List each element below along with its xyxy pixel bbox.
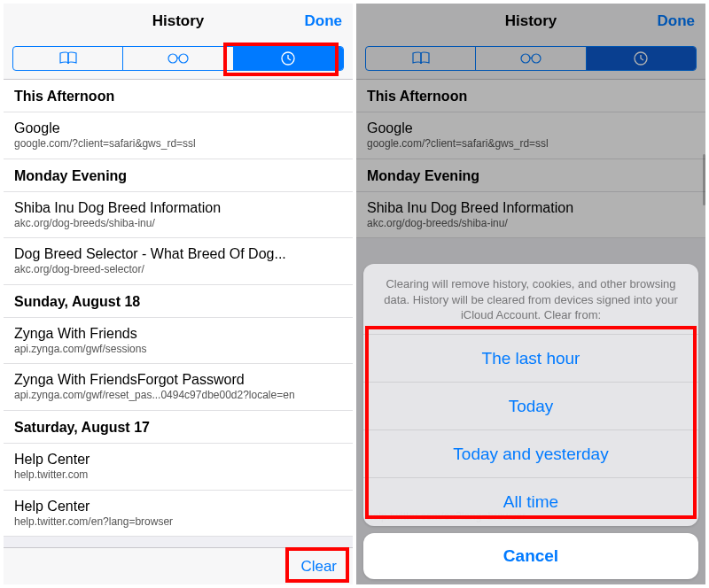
history-item-url: google.com/?client=safari&gws_rd=ssl <box>367 137 695 151</box>
tab-bookmarks[interactable] <box>13 47 123 70</box>
clear-button[interactable]: Clear <box>300 558 337 576</box>
section-header: This Afternoon <box>356 80 705 112</box>
svg-point-3 <box>521 54 530 63</box>
clear-option[interactable]: Today <box>363 383 698 430</box>
action-sheet-message: Clearing will remove history, cookies, a… <box>363 264 698 335</box>
history-item-title: Zynga With Friends <box>14 325 342 343</box>
section-header: Monday Evening <box>4 159 353 192</box>
section-header: Saturday, August 17 <box>4 411 353 444</box>
history-item[interactable]: Help Centerhelp.twitter.com <box>4 444 353 491</box>
tab-reading-list[interactable] <box>476 47 586 70</box>
history-list[interactable]: This AfternoonGooglegoogle.com/?client=s… <box>4 80 353 537</box>
history-item[interactable]: Zynga With FriendsForgot Passwordapi.zyn… <box>4 364 353 411</box>
svg-point-1 <box>179 54 188 63</box>
svg-point-0 <box>168 54 177 63</box>
history-item-url: akc.org/dog-breed-selector/ <box>14 263 342 277</box>
history-item-title: Help Center <box>14 451 342 468</box>
history-item-url: api.zynga.com/gwf/sessions <box>14 343 342 357</box>
clear-option[interactable]: The last hour <box>363 335 698 383</box>
glasses-icon <box>166 52 191 65</box>
history-screen-left: History Done <box>4 4 356 584</box>
history-item[interactable]: Googlegoogle.com/?client=safari&gws_rd=s… <box>4 112 353 159</box>
history-item-title: Google <box>14 120 342 137</box>
history-item-title: Dog Breed Selector - What Breed Of Dog..… <box>14 245 342 263</box>
history-item-url: akc.org/dog-breeds/shiba-inu/ <box>367 217 695 231</box>
history-item[interactable]: Shiba Inu Dog Breed Informationakc.org/d… <box>4 192 353 239</box>
glasses-icon <box>518 52 543 65</box>
history-item-url: help.twitter.com/en?lang=browser <box>14 515 342 530</box>
history-screen-right: History Done <box>356 4 705 584</box>
nav-header: History Done <box>356 4 705 39</box>
action-sheet: Clearing will remove history, cookies, a… <box>363 264 698 579</box>
segmented-control-bar <box>356 39 705 80</box>
tab-reading-list[interactable] <box>123 47 233 70</box>
section-header: Sunday, August 18 <box>4 285 353 318</box>
page-title: History <box>152 12 205 30</box>
history-item-url: akc.org/dog-breeds/shiba-inu/ <box>14 217 342 231</box>
history-list[interactable]: This AfternoonGooglegoogle.com/?client=s… <box>356 80 705 238</box>
history-item-url: google.com/?client=safari&gws_rd=ssl <box>14 137 342 151</box>
tab-bookmarks[interactable] <box>366 47 476 70</box>
history-item-title: Google <box>367 120 695 137</box>
page-title: History <box>505 12 557 30</box>
segmented-control-bar <box>4 39 353 80</box>
svg-point-4 <box>532 54 541 63</box>
book-icon <box>58 51 78 66</box>
segmented-control[interactable] <box>12 46 344 71</box>
done-button[interactable]: Done <box>305 4 343 39</box>
history-item-title: Shiba Inu Dog Breed Information <box>14 199 342 217</box>
history-item-url: api.zynga.com/gwf/reset_pas...0494c97dbe… <box>14 389 342 403</box>
history-item[interactable]: Shiba Inu Dog Breed Informationakc.org/d… <box>356 192 705 239</box>
tab-history[interactable] <box>587 47 696 70</box>
segmented-control[interactable] <box>365 46 697 71</box>
clear-option[interactable]: Today and yesterday <box>363 430 698 478</box>
history-item-url: help.twitter.com <box>14 468 342 483</box>
nav-header: History Done <box>4 4 353 39</box>
clock-icon <box>633 50 649 66</box>
history-item-title: Shiba Inu Dog Breed Information <box>367 199 695 217</box>
history-item-title: Zynga With FriendsForgot Password <box>14 371 342 389</box>
clock-icon <box>280 50 296 66</box>
history-item-title: Help Center <box>14 498 342 515</box>
book-icon <box>411 51 431 66</box>
clear-option[interactable]: All time <box>363 478 698 526</box>
section-header: This Afternoon <box>4 80 353 112</box>
history-item[interactable]: Dog Breed Selector - What Breed Of Dog..… <box>4 238 353 285</box>
cancel-button[interactable]: Cancel <box>363 533 698 579</box>
done-button[interactable]: Done <box>658 4 696 39</box>
bottom-toolbar: Clear <box>4 547 353 584</box>
history-item[interactable]: Googlegoogle.com/?client=safari&gws_rd=s… <box>356 112 705 159</box>
history-item[interactable]: Help Centerhelp.twitter.com/en?lang=brow… <box>4 491 353 538</box>
tab-history[interactable] <box>234 47 343 70</box>
scrollbar[interactable] <box>703 154 705 205</box>
section-header: Monday Evening <box>356 159 705 192</box>
history-item[interactable]: Zynga With Friendsapi.zynga.com/gwf/sess… <box>4 318 353 365</box>
